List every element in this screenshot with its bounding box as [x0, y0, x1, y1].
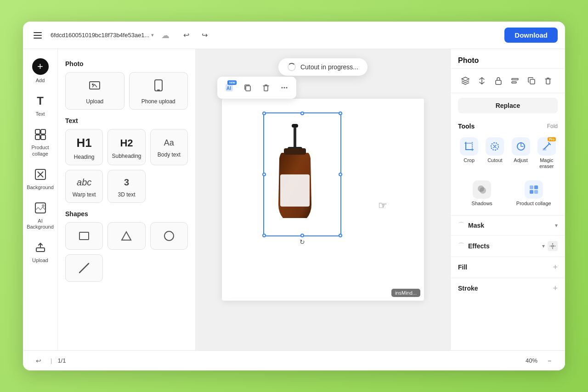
effects-row[interactable]: ⌒ Effects ▾: [451, 235, 565, 257]
main-body: + Add T Text Product collage: [23, 49, 565, 350]
tool-magic-eraser[interactable]: Pro Magic eraser: [536, 134, 558, 172]
upload-label: Upload: [32, 258, 48, 263]
shape-triangle[interactable]: [107, 222, 145, 250]
sidebar-item-ai-background[interactable]: AI Background: [27, 196, 54, 234]
cutout-toast-text: Cutout in progress...: [300, 63, 358, 71]
svg-rect-1: [41, 129, 45, 134]
upload-item[interactable]: Upload: [65, 72, 124, 110]
spinner-icon: [288, 63, 296, 71]
stroke-row[interactable]: Stroke +: [451, 278, 565, 299]
svg-point-40: [552, 245, 554, 247]
menu-button[interactable]: [30, 28, 45, 43]
tool-shadows[interactable]: Shadows: [458, 178, 506, 209]
sidebar-item-add[interactable]: + Add: [27, 55, 54, 87]
magic-eraser-icon: [541, 141, 552, 152]
left-panel: Photo Upload: [58, 49, 196, 350]
tool-crop[interactable]: Crop: [458, 134, 480, 172]
svg-rect-36: [530, 185, 533, 189]
zoom-indicator: 40%: [526, 357, 537, 364]
rectangle-icon: [78, 230, 90, 242]
add-label: Add: [36, 78, 45, 84]
right-panel-title: Photo: [451, 49, 565, 69]
crop-icon-wrap: [460, 137, 478, 156]
redo-button[interactable]: ↪: [197, 28, 212, 43]
icon-sidebar: + Add T Text Product collage: [23, 49, 58, 350]
shape-circle[interactable]: [150, 222, 188, 250]
three-d-text-item[interactable]: 3 3D text: [107, 170, 145, 203]
heading-icon: H1: [77, 136, 92, 150]
floating-toolbar: AI new: [217, 77, 296, 99]
align-icon[interactable]: [508, 73, 522, 88]
adjust-label: Adjust: [514, 157, 528, 163]
svg-line-16: [79, 263, 89, 273]
undo-button[interactable]: ↩: [179, 28, 193, 43]
undo-bottom-button[interactable]: ↩: [32, 354, 45, 367]
svg-point-21: [284, 87, 285, 89]
tool-product-collage[interactable]: Product collage: [510, 178, 558, 209]
filename-text: 6fdcd160051019bc18f73b4fe53ae1...: [51, 32, 149, 39]
subheading-item[interactable]: H2 Subheading: [107, 129, 145, 165]
tool-adjust[interactable]: Adjust: [510, 134, 532, 172]
sidebar-item-text[interactable]: T Text: [27, 89, 54, 121]
tools-section: Tools Fold Crop: [451, 118, 565, 215]
more-options-button[interactable]: [276, 79, 293, 96]
sidebar-item-background[interactable]: Background: [27, 162, 54, 194]
download-button[interactable]: Download: [504, 28, 558, 43]
cutout-label: Cutout: [487, 157, 502, 163]
replace-button[interactable]: Replace: [458, 98, 558, 113]
sidebar-item-upload[interactable]: Upload: [27, 235, 54, 267]
mask-title: Mask: [468, 222, 484, 229]
fill-row[interactable]: Fill +: [451, 257, 565, 278]
shadows-icon-wrap: [473, 180, 491, 199]
duplicate-icon[interactable]: [524, 73, 539, 88]
heading-item[interactable]: H1 Heading: [65, 129, 103, 165]
canvas-area[interactable]: Cutout in progress... AI new: [196, 49, 450, 350]
effects-settings-icon[interactable]: [548, 241, 558, 251]
delete-right-icon[interactable]: [541, 73, 555, 88]
svg-rect-38: [530, 190, 533, 194]
canvas-frame[interactable]: AI new: [222, 99, 424, 301]
text-grid: H1 Heading H2 Subheading Aa Body text ab…: [65, 129, 188, 203]
lock-icon[interactable]: [491, 73, 506, 88]
shape-rectangle[interactable]: [65, 222, 103, 250]
file-name[interactable]: 6fdcd160051019bc18f73b4fe53ae1... ▾: [51, 32, 154, 39]
fill-add-icon[interactable]: +: [553, 263, 558, 272]
tools-title: Tools: [458, 123, 475, 130]
line-icon: [78, 262, 90, 274]
phone-upload-label: Phone upload: [141, 98, 175, 105]
svg-rect-28: [496, 80, 501, 84]
shapes-grid: [65, 222, 188, 282]
ai-background-label: AI Background: [27, 218, 54, 230]
rotation-handle[interactable]: ↻: [298, 237, 307, 246]
zoom-out-button[interactable]: −: [543, 354, 556, 367]
subheading-label: Subheading: [112, 153, 141, 159]
stroke-add-icon[interactable]: +: [553, 284, 558, 293]
delete-button[interactable]: [258, 79, 274, 96]
svg-rect-26: [280, 174, 310, 207]
fold-button[interactable]: Fold: [547, 123, 558, 129]
svg-rect-37: [534, 185, 538, 189]
phone-upload-item[interactable]: Phone upload: [129, 72, 188, 110]
photo-grid: Upload Phone upload: [65, 72, 188, 110]
crop-icon: [464, 141, 475, 152]
crop-label: Crop: [464, 157, 475, 163]
header: 6fdcd160051019bc18f73b4fe53ae1... ▾ ☁ ↩ …: [23, 22, 565, 49]
copy-button[interactable]: [239, 79, 256, 96]
tool-cutout[interactable]: Cutout: [484, 134, 506, 172]
triangle-icon: [120, 230, 133, 242]
layers-icon[interactable]: [458, 73, 473, 88]
svg-point-35: [480, 187, 486, 194]
body-text-item[interactable]: Aa Body text: [150, 129, 188, 165]
background-label: Background: [27, 185, 54, 190]
shadows-icon: [476, 184, 487, 195]
header-actions: ↩ ↪: [179, 28, 212, 43]
right-tools-row: [451, 69, 565, 93]
mask-row[interactable]: ⌒ Mask ▾: [451, 215, 565, 235]
sidebar-item-product-collage[interactable]: Product collage: [27, 123, 54, 160]
upload-item-icon: [88, 79, 101, 95]
ai-cutout-button[interactable]: AI new: [221, 79, 237, 96]
warp-text-item[interactable]: abc Warp text: [65, 170, 103, 203]
flip-icon[interactable]: [475, 73, 489, 88]
shadows-label: Shadows: [472, 201, 492, 207]
shape-line[interactable]: [65, 254, 103, 282]
